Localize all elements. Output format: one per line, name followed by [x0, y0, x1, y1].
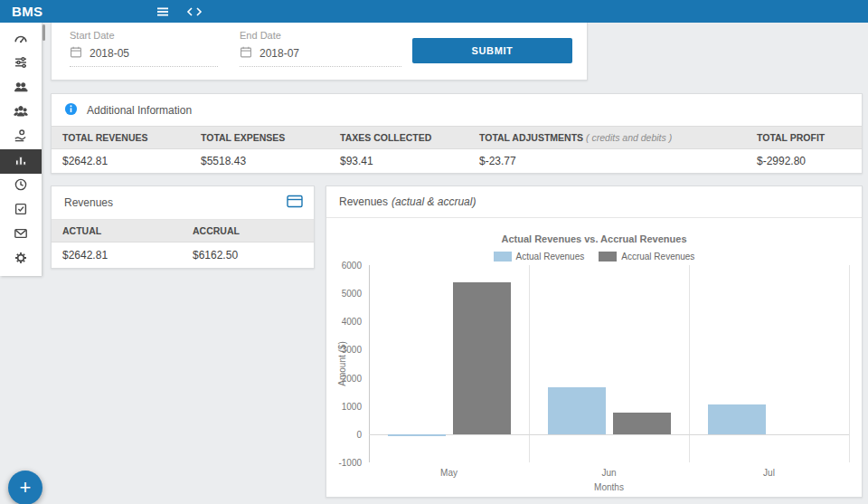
additional-info-card: Additional Information TOTAL REVENUES TO… — [51, 93, 863, 174]
header-cell: ACCRUAL — [182, 225, 314, 236]
code-expand-icon[interactable] — [186, 5, 203, 18]
dashboard-icon — [14, 31, 28, 49]
start-date-label: Start Date — [70, 30, 115, 41]
info-icon — [64, 102, 78, 119]
calendar-icon — [240, 45, 252, 62]
sidebar-item-payments[interactable] — [0, 125, 42, 149]
bar-actual-revenues-jul[interactable] — [708, 404, 766, 434]
legend-swatch — [494, 252, 512, 262]
legend-swatch — [599, 252, 617, 262]
sidebar-nav — [0, 23, 42, 276]
y-tick-label: 6000 — [342, 261, 362, 271]
chart-plot-area — [369, 265, 849, 462]
x-axis-label-may: May — [369, 468, 529, 478]
sidebar-item-tasks[interactable] — [0, 198, 42, 223]
total-profit-value: $-2992.80 — [746, 155, 862, 167]
bar-accrual-revenues-jun[interactable] — [613, 413, 671, 434]
settings-icon — [14, 251, 28, 269]
menu-icon[interactable] — [156, 5, 170, 19]
header-cell: ACTUAL — [52, 225, 182, 236]
bar-actual-revenues-jun[interactable] — [548, 387, 606, 433]
y-tick-label: 1000 — [342, 401, 362, 411]
start-date-field[interactable]: 2018-05 — [70, 45, 218, 67]
info-table-header: TOTAL REVENUES TOTAL EXPENSES TAXES COLL… — [52, 126, 862, 149]
additional-info-title: Additional Information — [87, 104, 192, 117]
end-date-field[interactable]: 2018-07 — [240, 45, 401, 67]
sidebar-item-customers[interactable] — [0, 76, 42, 100]
add-fab-button[interactable]: + — [8, 471, 42, 504]
submit-button[interactable]: SUBMIT — [412, 38, 572, 63]
bar-accrual-revenues-may[interactable] — [453, 282, 511, 434]
reports-icon — [14, 153, 28, 171]
bar-group-jul — [689, 265, 849, 462]
x-axis-title: Months — [369, 482, 849, 492]
y-tick-label: 0 — [356, 429, 362, 439]
top-app-bar: BMS — [0, 0, 868, 23]
revenues-table-header: ACTUAL ACCRUAL — [52, 220, 314, 242]
actual-revenue-value: $2642.81 — [52, 249, 182, 262]
y-tick-label: 5000 — [342, 289, 362, 299]
bar-group-jun — [529, 265, 689, 462]
messages-icon — [14, 226, 28, 244]
bar-group-may — [369, 265, 529, 462]
accrual-revenue-value: $6162.50 — [182, 249, 314, 262]
header-cell-adjustments: TOTAL ADJUSTMENTS ( credits and debits ) — [468, 132, 746, 143]
bar-actual-revenues-may[interactable] — [388, 434, 446, 436]
gridline — [849, 265, 850, 462]
x-axis-label-jun: Jun — [529, 468, 689, 478]
end-date-value: 2018-07 — [259, 47, 299, 60]
header-cell: TOTAL REVENUES — [52, 132, 190, 143]
x-axis-labels: MayJunJul — [369, 468, 849, 478]
sidebar-item-time[interactable] — [0, 174, 42, 198]
date-filter-card: Start Date 2018-05 End Date 2018-07 SUBM… — [51, 23, 588, 81]
total-revenues-value: $2642.81 — [52, 155, 190, 167]
bar-chart: Actual Revenues vs. Accrual Revenues Act… — [326, 218, 862, 497]
legend-item-actual-revenues[interactable]: Actual Revenues — [494, 252, 585, 262]
adjustments-note: ( credits and debits ) — [586, 132, 672, 143]
clock-icon — [14, 177, 28, 195]
card-view-icon[interactable] — [287, 195, 303, 211]
sidebar-item-messages[interactable] — [0, 223, 42, 247]
legend-label: Accrual Revenues — [621, 252, 694, 262]
revenues-table-row: $2642.81 $6162.50 — [52, 242, 314, 268]
sidebar-item-reports[interactable] — [0, 149, 42, 174]
tasks-icon — [14, 202, 28, 220]
taxes-collected-value: $93.41 — [329, 155, 468, 167]
y-tick-label: -1000 — [338, 458, 362, 468]
info-table-row: $2642.81 $5518.43 $93.41 $-23.77 $-2992.… — [52, 149, 862, 173]
chart-card-subtitle: (actual & accrual) — [392, 195, 476, 208]
y-tick-label: 4000 — [342, 317, 362, 327]
end-date-label: End Date — [240, 30, 281, 41]
staff-icon — [14, 104, 28, 122]
payments-icon — [14, 128, 28, 147]
sidebar-item-services[interactable] — [0, 52, 42, 76]
sidebar-item-settings[interactable] — [0, 247, 42, 271]
chart-title: Actual Revenues vs. Accrual Revenues — [326, 233, 862, 244]
header-cell: TOTAL EXPENSES — [190, 132, 329, 143]
sidebar-item-dashboard[interactable] — [0, 27, 42, 52]
chart-card-title: Revenues — [339, 195, 388, 208]
x-axis-label-jul: Jul — [689, 468, 849, 478]
legend-item-accrual-revenues[interactable]: Accrual Revenues — [599, 252, 694, 262]
start-date-value: 2018-05 — [90, 47, 129, 60]
app-logo: BMS — [0, 4, 42, 19]
y-axis-title: Amount ($) — [337, 341, 347, 385]
header-cell: TOTAL PROFIT — [746, 132, 862, 143]
calendar-icon — [70, 45, 82, 62]
revenues-chart-card: Revenues (actual & accrual) Actual Reven… — [326, 185, 863, 498]
total-expenses-value: $5518.43 — [190, 155, 329, 167]
revenues-table-title: Revenues — [64, 196, 113, 209]
customers-icon — [14, 80, 28, 98]
scrollbar-thumb[interactable] — [42, 24, 45, 41]
header-cell: TAXES COLLECTED — [329, 132, 468, 143]
tune-icon — [14, 55, 28, 73]
chart-legend: Actual RevenuesAccrual Revenues — [326, 252, 862, 262]
total-adjustments-value: $-23.77 — [468, 155, 746, 167]
revenues-table-card: Revenues ACTUAL ACCRUAL $2642.81 $6162.5… — [51, 185, 315, 269]
sidebar-item-staff[interactable] — [0, 100, 42, 125]
legend-label: Actual Revenues — [516, 252, 585, 262]
